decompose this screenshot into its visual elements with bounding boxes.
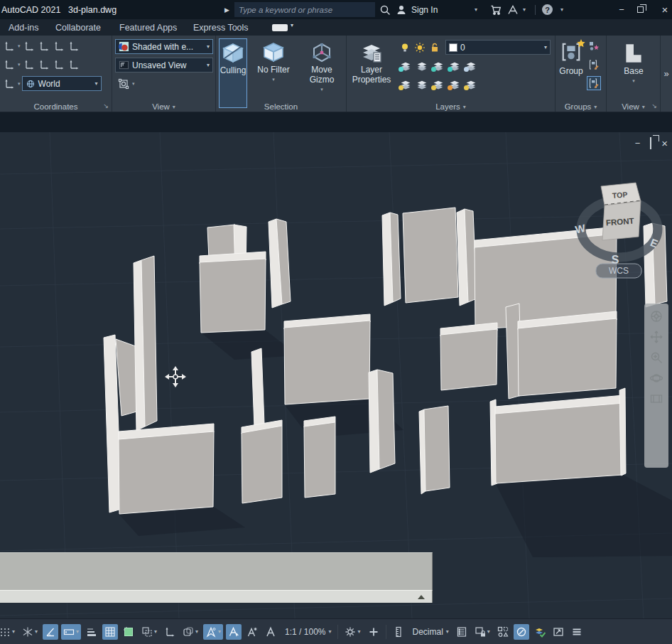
customization-menu[interactable] (569, 624, 585, 640)
viewport-scale[interactable]: 1:1 / 100%▾ (281, 625, 333, 639)
group-button[interactable]: Group (558, 38, 585, 108)
annotation-scale-icon[interactable] (263, 624, 278, 640)
group-selection-toggle-icon[interactable] (587, 76, 601, 90)
model-canvas[interactable]: W S E TOP FRONT WCS (0, 132, 672, 618)
layer-unisolate-icon[interactable] (414, 58, 430, 73)
ucs-caret-icon[interactable]: ▾ (18, 43, 21, 49)
zoom-icon[interactable] (649, 350, 663, 365)
ucs-named-icon[interactable] (22, 39, 36, 53)
no-filter-button[interactable]: No Filter ▾ (251, 38, 296, 108)
view-panel-label[interactable]: View▾ (112, 102, 215, 111)
lineweight-display[interactable] (84, 624, 99, 640)
annotation-autoscale[interactable] (244, 624, 260, 640)
help-icon[interactable]: ? (542, 0, 553, 19)
snap-mode[interactable]: ▾ (0, 624, 17, 640)
named-views-caret-icon[interactable]: ▾ (132, 81, 135, 87)
model-wall[interactable] (403, 208, 458, 303)
object-snap-3d[interactable]: ▾ (203, 624, 223, 640)
layer-lock-tool-icon[interactable] (447, 58, 462, 73)
ucs-previous-icon[interactable] (22, 58, 36, 72)
ucs-zaxis-icon[interactable] (67, 58, 81, 72)
quick-properties[interactable] (121, 624, 136, 640)
isolate-objects[interactable] (495, 624, 511, 640)
ucs-world-icon[interactable] (2, 77, 16, 91)
annotation-visibility[interactable] (226, 624, 242, 640)
viewport-restore-button[interactable] (650, 139, 651, 148)
model-wall[interactable] (495, 403, 624, 483)
ucs-combo[interactable]: World ▾ (22, 76, 102, 91)
layer-combo-caret-icon[interactable]: ▾ (544, 44, 547, 50)
named-view-combo[interactable]: Unsaved View ▾ (115, 58, 213, 73)
command-history-window[interactable] (0, 552, 433, 590)
ucs-icon[interactable] (2, 39, 16, 53)
layer-freeze-icon[interactable] (413, 41, 427, 55)
layer-on-off-icon[interactable] (398, 41, 412, 55)
ucs-origin-icon[interactable] (37, 39, 51, 53)
ribbon-display-pill[interactable] (272, 24, 288, 31)
layer-freeze-tool-icon[interactable] (430, 58, 446, 73)
cart-icon[interactable] (490, 0, 502, 19)
base-view-expander-icon[interactable]: ↘ (651, 102, 657, 109)
command-input-strip[interactable] (0, 590, 433, 603)
selection-panel-label[interactable]: Selection (216, 102, 346, 111)
model-wall[interactable] (200, 259, 266, 333)
isometric-drafting[interactable]: ▾ (20, 624, 40, 640)
tab-collaborate[interactable]: Collaborate (55, 19, 101, 36)
model-wall[interactable] (304, 422, 335, 498)
transparency[interactable]: ▾ (139, 624, 159, 640)
move-gizmo-button[interactable]: Move Gizmo ▾ (300, 38, 344, 108)
model-wall[interactable] (424, 406, 450, 491)
named-view-caret-icon[interactable]: ▾ (207, 62, 210, 68)
viewcube-top-label[interactable]: TOP (612, 190, 627, 200)
user-icon[interactable] (396, 0, 407, 19)
model-wall[interactable] (242, 426, 282, 503)
minimize-button[interactable]: − (614, 0, 629, 19)
tab-express-tools[interactable]: Express Tools (193, 19, 249, 36)
navwheel-icon[interactable] (649, 309, 663, 323)
viewport-close-button[interactable]: × (661, 138, 668, 149)
search-icon[interactable] (379, 0, 391, 19)
workspace-switching[interactable]: ▾ (342, 624, 362, 640)
ucs-point-icon[interactable] (37, 58, 51, 72)
search-box[interactable] (234, 2, 375, 17)
culling-button[interactable]: Culling (219, 38, 247, 108)
customization-add[interactable] (366, 624, 381, 640)
tab-featured-apps[interactable]: Featured Apps (119, 19, 177, 36)
ucs-x-icon[interactable] (2, 58, 16, 72)
showmotion-icon[interactable] (649, 392, 663, 406)
sign-in-button[interactable]: Sign In (411, 0, 438, 19)
model-wall[interactable] (619, 388, 626, 476)
viewport-minimize-button[interactable]: − (635, 139, 641, 148)
navigation-bar[interactable] (644, 304, 668, 468)
layer-state-icon[interactable] (463, 77, 479, 91)
units-icon[interactable] (391, 624, 406, 640)
quick-access-expand-icon[interactable]: ▶ (224, 0, 229, 19)
coordinates-expander-icon[interactable]: ↘ (103, 102, 109, 109)
named-views-icon[interactable] (116, 77, 131, 91)
restore-button[interactable] (637, 0, 644, 19)
ucs-icon-toggle[interactable] (162, 624, 178, 640)
grid-display[interactable] (102, 624, 118, 640)
properties-palette[interactable] (454, 624, 470, 640)
ucs-world-caret-icon[interactable]: ▾ (18, 81, 21, 87)
model-wall[interactable] (251, 348, 264, 427)
layer-settings-icon[interactable] (430, 77, 446, 91)
autodesk-logo-icon[interactable] (507, 0, 519, 19)
visual-style-combo[interactable]: Shaded with e... ▾ (115, 39, 213, 54)
help-caret-icon[interactable]: ▾ (560, 0, 563, 19)
coordinates-panel-label[interactable]: Coordinates (0, 102, 112, 111)
layer-isolate-icon[interactable] (398, 58, 413, 73)
drawing-viewport[interactable]: W S E TOP FRONT WCS − × (0, 132, 672, 618)
dynamic-input[interactable]: ▾ (61, 624, 81, 640)
hardware-acceleration[interactable] (514, 624, 529, 640)
layers-panel-label[interactable]: Layers▾ (347, 102, 555, 111)
layer-thaw-icon[interactable] (414, 77, 430, 91)
model-wall[interactable] (377, 370, 395, 469)
units-value[interactable]: Decimal▾ (409, 625, 451, 639)
layer-color-swatch[interactable] (449, 43, 457, 52)
ribbon-display-caret-icon[interactable]: ▾ (291, 22, 293, 28)
search-input[interactable] (239, 6, 371, 14)
polar-tracking[interactable] (43, 624, 58, 640)
layer-lock-icon[interactable] (428, 41, 442, 55)
lock-ui[interactable]: ▾ (472, 624, 492, 640)
